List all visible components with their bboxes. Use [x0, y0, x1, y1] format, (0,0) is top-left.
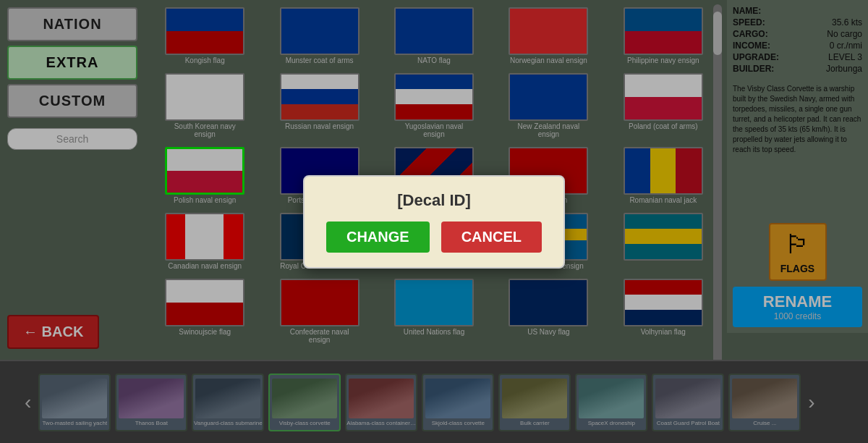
dialog-box: [Decal ID] CHANGE CANCEL: [303, 175, 565, 269]
change-button[interactable]: CHANGE: [326, 222, 430, 253]
dialog-overlay: [Decal ID] CHANGE CANCEL: [0, 0, 868, 443]
dialog-title: [Decal ID]: [326, 191, 542, 210]
dialog-buttons: CHANGE CANCEL: [326, 222, 542, 253]
cancel-button[interactable]: CANCEL: [441, 222, 542, 253]
